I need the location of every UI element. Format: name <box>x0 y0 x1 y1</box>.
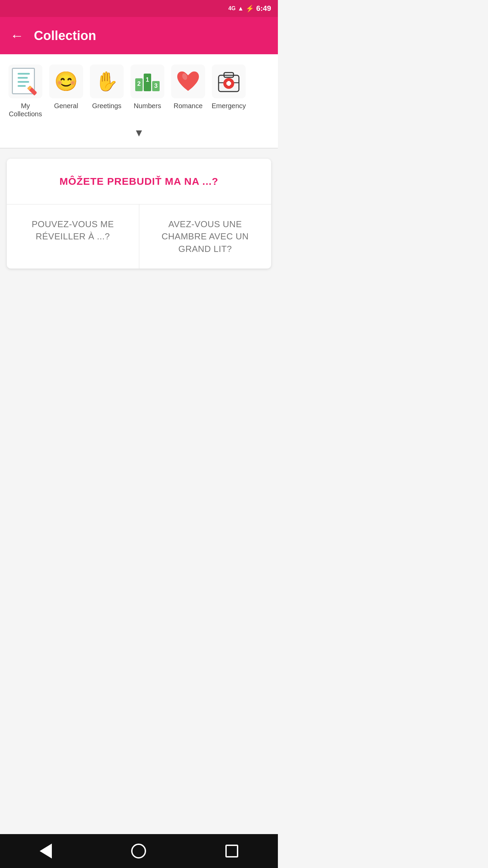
category-item-general[interactable]: 😊 General <box>47 64 85 118</box>
notebook-line <box>18 81 29 83</box>
romance-icon-wrap <box>171 64 205 98</box>
category-scroll: My Collections 😊 General ✋ Greetings <box>7 64 271 121</box>
nav-back-button[interactable] <box>40 844 52 859</box>
category-label-numbers: Numbers <box>134 102 161 110</box>
back-triangle-icon <box>40 844 52 859</box>
numbers-icon: 2 1 3 <box>134 69 161 94</box>
back-button[interactable]: ← <box>10 29 24 42</box>
app-bar: ← Collection <box>0 17 278 54</box>
emergency-icon-wrap <box>212 64 246 98</box>
emergency-icon <box>215 68 242 95</box>
category-label-emergency: Emergency <box>211 102 246 110</box>
svg-text:3: 3 <box>154 82 158 89</box>
phrase-main[interactable]: MÔŽETE PREBUDIŤ MA NA ...? <box>7 159 271 204</box>
general-icon-wrap: 😊 <box>49 64 83 98</box>
category-label-my-collections: My Collections <box>7 102 44 118</box>
svg-text:1: 1 <box>146 76 149 83</box>
category-item-emergency[interactable]: Emergency <box>210 64 247 118</box>
svg-rect-15 <box>226 82 231 85</box>
pencil-icon <box>27 83 40 96</box>
status-time: 6:49 <box>256 4 271 13</box>
category-item-greetings[interactable]: ✋ Greetings <box>88 64 125 118</box>
category-item-romance[interactable]: Romance <box>169 64 207 118</box>
home-circle-icon <box>131 844 146 859</box>
phrase-card: MÔŽETE PREBUDIŤ MA NA ...? POUVEZ-VOUS M… <box>7 159 271 269</box>
phrase-options: POUVEZ-VOUS ME RÉVEILLER À ...? AVEZ-VOU… <box>7 204 271 269</box>
notebook-line <box>18 85 26 87</box>
category-label-greetings: Greetings <box>92 102 122 110</box>
category-item-numbers[interactable]: 2 1 3 Numbers <box>129 64 166 118</box>
recents-square-icon <box>225 845 238 857</box>
greetings-icon-wrap: ✋ <box>90 64 124 98</box>
category-label-romance: Romance <box>174 102 203 110</box>
card-area: MÔŽETE PREBUDIŤ MA NA ...? POUVEZ-VOUS M… <box>0 149 278 834</box>
greetings-icon: ✋ <box>95 72 119 91</box>
phrase-option-2[interactable]: AVEZ-VOUS UNE CHAMBRE AVEC UN GRAND LIT? <box>139 204 271 269</box>
status-icons: 4G ▲ ⚡ 6:49 <box>228 4 271 13</box>
svg-text:2: 2 <box>137 80 141 87</box>
nav-recents-button[interactable] <box>225 845 238 857</box>
page-title: Collection <box>34 28 96 43</box>
expand-chevron[interactable]: ▾ <box>136 121 142 144</box>
my-collections-icon-wrap <box>8 64 42 98</box>
notebook-line <box>18 77 28 79</box>
notebook-line <box>18 73 30 75</box>
nav-bar <box>0 834 278 868</box>
phrase-main-text: MÔŽETE PREBUDIŤ MA NA ...? <box>60 176 219 187</box>
nav-home-button[interactable] <box>131 844 146 859</box>
status-bar: 4G ▲ ⚡ 6:49 <box>0 0 278 17</box>
category-label-general: General <box>54 102 78 110</box>
romance-icon <box>175 68 202 95</box>
battery-icon: ⚡ <box>246 4 254 13</box>
category-area: My Collections 😊 General ✋ Greetings <box>0 54 278 148</box>
my-collections-icon <box>12 68 39 95</box>
numbers-icon-wrap: 2 1 3 <box>130 64 164 98</box>
signal-icon: ▲ <box>238 5 244 12</box>
category-item-my-collections[interactable]: My Collections <box>7 64 44 118</box>
network-indicator: 4G <box>228 5 236 12</box>
phrase-option-1[interactable]: POUVEZ-VOUS ME RÉVEILLER À ...? <box>7 204 139 269</box>
general-icon: 😊 <box>54 72 78 91</box>
